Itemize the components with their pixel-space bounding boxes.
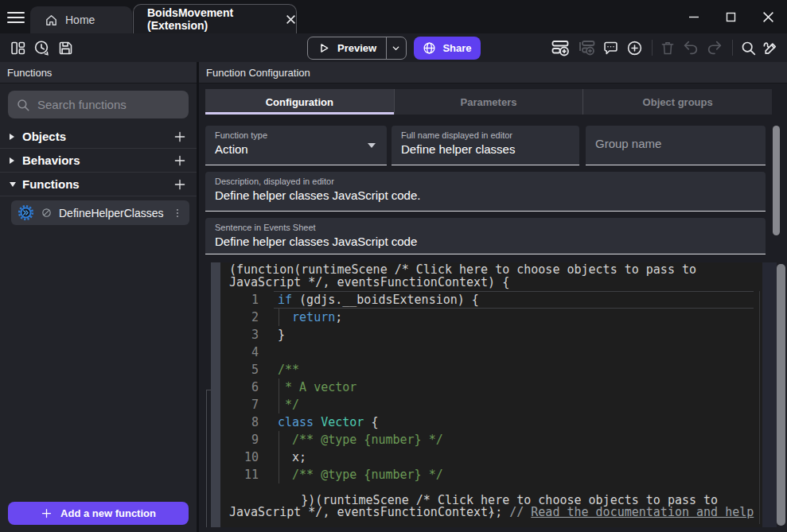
delete-icon[interactable] (658, 38, 677, 57)
code-line[interactable]: 3} (220, 326, 762, 344)
tab-label: Configuration (266, 96, 333, 108)
tab-parameters[interactable]: Parameters (395, 89, 584, 115)
add-sub-event-icon[interactable] (577, 38, 596, 57)
add-behavior-icon[interactable] (173, 153, 187, 168)
sidebar-tree: Objects Behaviors Functions (0, 125, 197, 196)
description-input[interactable] (215, 188, 756, 202)
section-label: Behaviors (22, 153, 173, 167)
config-scrollbar[interactable] (773, 126, 780, 235)
code-line[interactable]: 10 x; (220, 449, 762, 466)
line-code: /** @type {number} */ (278, 431, 443, 449)
search-icon[interactable] (738, 38, 758, 57)
code-line[interactable]: 9 /** @type {number} */ (220, 431, 762, 449)
function-item-name: DefineHelperClasses (59, 207, 166, 219)
javascript-code-editor[interactable]: (function(runtimeScene /* Click here to … (220, 262, 762, 527)
line-number: 4 (220, 345, 259, 359)
toolbar-divider (732, 40, 733, 56)
group-name-field[interactable] (586, 126, 766, 165)
code-line[interactable]: 6 * A vector (220, 379, 762, 396)
preview-button-main[interactable]: Preview (308, 37, 386, 59)
line-number: 10 (220, 450, 259, 464)
tab-home[interactable]: Home (30, 6, 132, 33)
menu-hamburger-icon[interactable] (7, 9, 25, 25)
sidebar-section-functions[interactable]: Functions (0, 173, 197, 196)
project-manager-icon[interactable] (8, 38, 27, 57)
code-line[interactable]: 5/** (220, 361, 762, 379)
globe-icon (423, 41, 436, 55)
sidebar-section-objects[interactable]: Objects (0, 125, 197, 149)
toolbar: Preview Share (0, 33, 787, 62)
sentence-input[interactable] (215, 235, 756, 248)
code-line[interactable]: 11 /** @type {number} */ (220, 466, 762, 483)
line-code: */ (278, 396, 299, 414)
chevron-right-icon (10, 134, 22, 140)
tab-home-label: Home (65, 14, 95, 26)
code-line[interactable]: 1if (gdjs.__boidsExtension) { (220, 291, 762, 309)
line-code: x; (278, 449, 306, 466)
group-name-input[interactable] (595, 137, 756, 150)
kebab-menu-icon[interactable] (172, 207, 183, 219)
undo-icon[interactable] (681, 38, 700, 57)
sidebar-section-behaviors[interactable]: Behaviors (0, 149, 197, 173)
function-type-field[interactable]: Function type Action (205, 126, 387, 165)
maximize-button[interactable] (712, 0, 750, 33)
private-icon (41, 207, 53, 219)
line-code: /** (278, 361, 299, 379)
main-header: Function Configuration (199, 62, 787, 83)
tab-project[interactable]: BoidsMovement (Extension) (133, 4, 297, 33)
function-type-label: Function type (215, 130, 377, 140)
add-event-icon[interactable] (551, 38, 570, 57)
titlebar: Home BoidsMovement (Extension) (0, 0, 787, 33)
search-functions-input[interactable] (37, 98, 181, 111)
search-functions-box[interactable] (8, 91, 189, 118)
tab-close-icon[interactable] (286, 14, 296, 25)
choose-event-icon[interactable] (625, 38, 644, 57)
add-new-function-button[interactable]: Add a new function (8, 502, 189, 525)
chevron-down-icon (391, 43, 401, 53)
code-lines: 1if (gdjs.__boidsExtension) {2 return;3}… (220, 291, 762, 483)
code-footer-line[interactable]: })(runtimeScene /* Click here to choose … (229, 482, 764, 531)
add-function-icon[interactable] (173, 177, 187, 192)
line-number: 1 (220, 293, 259, 307)
description-field[interactable]: Description, displayed in editor (205, 172, 766, 212)
tab-object-groups[interactable]: Object groups (583, 89, 772, 115)
sentence-field[interactable]: Sentence in Events Sheet (205, 218, 766, 254)
sidebar-header-title: Functions (7, 67, 52, 79)
code-scrollbar-track (762, 262, 777, 527)
code-line[interactable]: 8class Vector { (220, 414, 762, 431)
preview-dropdown-button[interactable] (387, 37, 406, 59)
line-number: 3 (220, 328, 259, 342)
share-button[interactable]: Share (414, 37, 481, 60)
expand-caret[interactable]: ^ (220, 511, 762, 520)
code-line[interactable]: 7 */ (220, 396, 762, 414)
sentence-label: Sentence in Events Sheet (215, 223, 756, 232)
preview-button[interactable]: Preview (307, 37, 407, 60)
code-resize-grip[interactable] (211, 262, 220, 527)
tab-project-label: BoidsMovement (Extension) (147, 6, 276, 32)
toolbar-divider (652, 40, 653, 56)
edit-pen-icon[interactable] (761, 38, 780, 57)
add-object-icon[interactable] (173, 130, 187, 144)
code-scrollbar-thumb[interactable] (777, 264, 785, 526)
save-icon[interactable] (56, 38, 75, 57)
line-code: return; (278, 309, 342, 326)
function-item-selected[interactable]: DefineHelperClasses (11, 200, 189, 225)
content: Functions Objects Behaviors (0, 62, 787, 532)
code-line[interactable]: 2 return; (220, 309, 762, 326)
redo-icon[interactable] (705, 38, 724, 57)
close-button[interactable] (750, 0, 787, 33)
minimize-button[interactable] (675, 0, 712, 33)
dropdown-arrow-icon (368, 143, 376, 148)
full-name-field[interactable]: Full name displayed in editor (392, 126, 579, 165)
description-label: Description, displayed in editor (215, 177, 756, 186)
code-header-line[interactable]: (function(runtimeScene /* Click here to … (229, 264, 764, 289)
add-comment-icon[interactable] (601, 38, 620, 57)
version-history-icon[interactable] (32, 38, 51, 57)
tab-configuration[interactable]: Configuration (205, 89, 395, 115)
search-icon (16, 98, 30, 112)
code-line[interactable]: 4 (220, 344, 762, 361)
line-code: /** @type {number} */ (278, 466, 443, 483)
chevron-right-icon (10, 157, 22, 164)
full-name-input[interactable] (401, 142, 570, 156)
play-icon (318, 41, 331, 55)
